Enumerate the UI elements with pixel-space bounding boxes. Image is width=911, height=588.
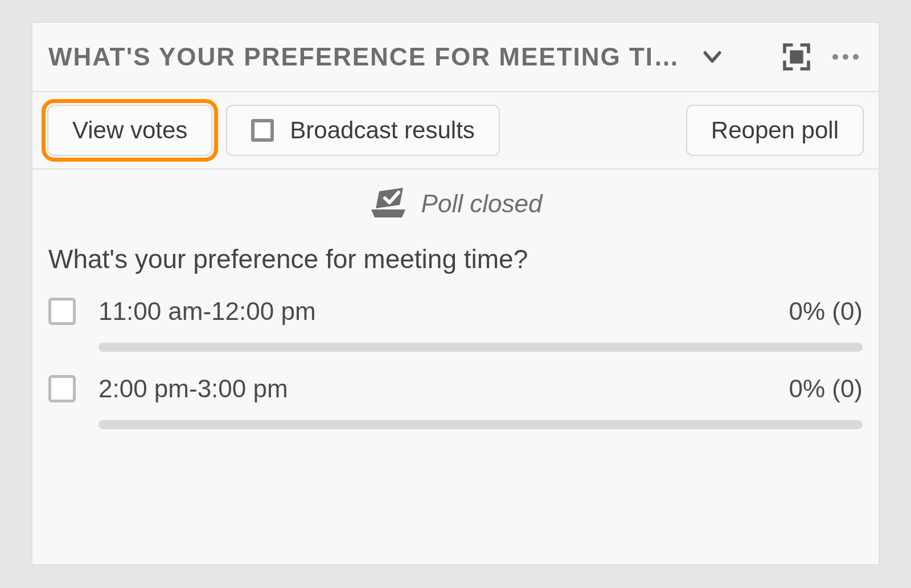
option-label: 11:00 am-12:00 pm xyxy=(99,297,766,326)
poll-option: 11:00 am-12:00 pm 0% (0) xyxy=(48,297,863,352)
poll-toolbar: View votes Broadcast results Reopen poll xyxy=(32,92,879,170)
option-label: 2:00 pm-3:00 pm xyxy=(99,375,766,403)
poll-status: Poll closed xyxy=(32,170,879,238)
fullscreen-icon[interactable] xyxy=(781,41,812,73)
svg-point-3 xyxy=(853,54,859,60)
poll-question: What's your preference for meeting time? xyxy=(48,244,863,274)
reopen-poll-button[interactable]: Reopen poll xyxy=(686,105,864,156)
svg-rect-0 xyxy=(790,50,803,63)
broadcast-results-label: Broadcast results xyxy=(290,117,474,144)
option-progress-bar xyxy=(99,420,863,429)
more-icon[interactable] xyxy=(828,44,863,69)
svg-point-2 xyxy=(843,54,848,60)
view-votes-label: View votes xyxy=(72,117,187,144)
poll-panel: WHAT'S YOUR PREFERENCE FOR MEETING TIME…… xyxy=(31,22,880,565)
option-value: 0% (0) xyxy=(789,375,863,403)
chevron-down-icon[interactable] xyxy=(700,44,725,69)
poll-status-text: Poll closed xyxy=(421,190,543,218)
option-checkbox[interactable] xyxy=(48,298,76,325)
poll-option: 2:00 pm-3:00 pm 0% (0) xyxy=(48,375,863,429)
poll-content: What's your preference for meeting time?… xyxy=(32,238,879,452)
view-votes-button[interactable]: View votes xyxy=(47,105,212,156)
svg-point-1 xyxy=(832,54,838,60)
broadcast-checkbox-icon xyxy=(251,119,274,142)
option-checkbox[interactable] xyxy=(48,375,76,402)
ballot-box-icon xyxy=(369,187,408,221)
panel-header: WHAT'S YOUR PREFERENCE FOR MEETING TIME… xyxy=(32,23,879,92)
reopen-poll-label: Reopen poll xyxy=(711,117,839,144)
option-value: 0% (0) xyxy=(789,297,863,326)
option-progress-bar xyxy=(99,343,863,352)
broadcast-results-button[interactable]: Broadcast results xyxy=(226,105,499,156)
panel-title: WHAT'S YOUR PREFERENCE FOR MEETING TIME… xyxy=(48,43,686,71)
